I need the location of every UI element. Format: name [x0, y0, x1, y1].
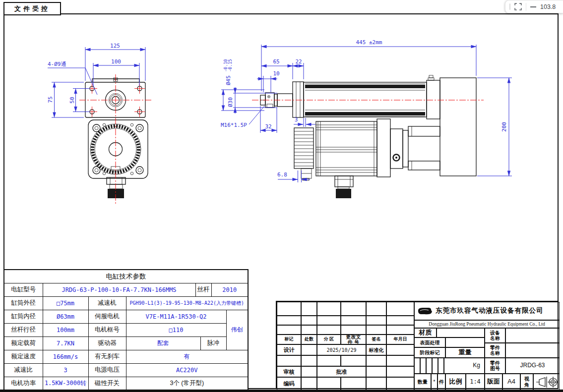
front-view: 125 100 75 50 4-Ø9通 [47, 43, 151, 205]
part-number-label: 零件图号 [485, 358, 505, 374]
rev-cell [386, 355, 414, 366]
rev-cell [341, 316, 366, 325]
surface-value-cell [445, 337, 485, 347]
company-logo-icon [417, 306, 433, 316]
toolbar-handle [509, 3, 510, 10]
dim-overall: 445 ±2mm [356, 39, 382, 46]
table-row: 电机功率 1.5KW-3000转 磁性开关 3个 (常开型) [4, 377, 248, 390]
qty-label: 数量 [414, 374, 431, 390]
rev-cell [366, 316, 386, 325]
company-name-cn: 东莞市玖容气动液压设备有限公司 [436, 307, 544, 315]
rev-cell [277, 355, 301, 366]
dim-10: 10 [273, 70, 279, 77]
approve-date-cell [386, 366, 414, 377]
param-value: JRDG-63-P-100-10-FA-7.7KN-166MMS [43, 283, 195, 296]
material-label: 材质 [414, 328, 437, 337]
design-date: 2025/10/29 [317, 344, 366, 355]
param-label: 减速比 [4, 363, 43, 377]
rev-cell [366, 325, 386, 335]
param-label: 额定载荷 [4, 336, 43, 350]
param-label: 电源电压 [88, 363, 126, 377]
fit-to-page-button[interactable] [513, 2, 523, 11]
projection-symbol-cell [533, 374, 560, 390]
param-value: □75mm [43, 296, 88, 310]
code-cell [366, 377, 386, 390]
rev-cell [317, 302, 341, 316]
sheet-label: 版面 [485, 374, 502, 390]
param-value: 伟创 [226, 310, 248, 350]
param-label: 缸筒内径 [4, 310, 43, 323]
param-label: 电机框号 [88, 323, 126, 336]
rev-cell [301, 325, 317, 335]
viewer-toolbar: 103.8 [505, 0, 563, 13]
code-cell [317, 377, 341, 390]
param-value: AC220V [126, 363, 248, 377]
device-name-label: 设备名称 [485, 328, 505, 343]
rev-cell [277, 302, 301, 316]
rev-cell [277, 325, 301, 335]
sheet-size-value: A4 [502, 374, 520, 390]
rev-header-doc: 更改文件 号 [341, 335, 366, 344]
holes-callout: 4-Ø9通 [48, 61, 66, 67]
rev-cell [301, 355, 317, 366]
dim-22: 22 [295, 58, 302, 65]
company-name-en: Dongguan JiuRong Pneumatic Hydraulic Equ… [414, 320, 560, 328]
rev-cell [301, 302, 317, 316]
weight-unit: Kg [444, 358, 485, 374]
table-row: 减速比 3 电源电压 AC220V [4, 363, 248, 377]
dim-65: 65 [273, 58, 279, 65]
rev-cell [341, 325, 366, 335]
qty-unit: 件 [438, 374, 445, 390]
rev-cell [277, 316, 301, 325]
approve-sign-cell [366, 366, 386, 377]
part-name-label: 零件名称 [485, 343, 505, 358]
stage-cell [432, 358, 438, 374]
zoom-level: 103.8 [540, 3, 556, 10]
stage-cell [438, 358, 444, 374]
cad-drawing: 125 100 75 50 4-Ø9通 [0, 0, 563, 270]
param-value: 3个 (常开型) [126, 377, 248, 390]
param-value: PGH90-L1(3)-19-95-130-M8-A22(入力带键槽) [126, 296, 248, 310]
weight-label: 重量 [445, 347, 485, 358]
rev-cell [301, 316, 317, 325]
qty-star: * [431, 374, 438, 390]
thread-callout: M16*1.5P [221, 122, 247, 128]
rev-cell [341, 302, 366, 316]
param-value: 3 [43, 363, 88, 377]
material-value-cell [437, 328, 485, 337]
param-value: 2010 [211, 283, 248, 296]
std-sign-cell [386, 344, 414, 355]
param-value: Ø63mm [43, 310, 88, 323]
param-label: 丝杆行径 [4, 323, 43, 336]
surface-treatment-label: 表面处理 [414, 337, 445, 347]
param-value: 100mm [43, 323, 88, 336]
rev-cell [341, 355, 366, 366]
zoom-out-button[interactable] [529, 5, 537, 8]
audit-label: 审核 [277, 366, 301, 377]
rev-cell [386, 302, 414, 316]
fit-to-page-icon [514, 3, 522, 10]
rev-header-sign: 签名 [366, 335, 386, 344]
param-value: V7E-M11A-1R530-Q2 [126, 310, 226, 323]
rev-cell [366, 302, 386, 316]
param-value: 166mm/s [43, 350, 88, 363]
rev-cell [366, 355, 386, 366]
stage-cell [414, 358, 420, 374]
spec-table: 电缸技术参数 电缸型号 JRDG-63-P-100-10-FA-7.7KN-16… [3, 269, 249, 391]
design-sign-cell [301, 344, 317, 355]
title-block: 标记 处数 分 区 更改文件 号 签名 年月日 设计 2025/10/29 标准… [276, 301, 559, 389]
param-label: 减速机 [88, 296, 126, 310]
view-angle-label: 视角 [520, 374, 533, 390]
table-row: 额定速度 166mm/s 有无刹车 有 [4, 350, 248, 363]
table-row: 电缸型号 JRDG-63-P-100-10-FA-7.7KN-166MMS 丝杆… [4, 283, 248, 296]
stage-cell [420, 358, 426, 374]
param-value: □110 [126, 323, 226, 336]
param-label: 额定速度 [4, 350, 43, 363]
param-label: 电缸型号 [4, 283, 43, 296]
code-cell [341, 377, 366, 390]
standardization-label: 标准化 [366, 344, 386, 355]
design-label: 设计 [277, 344, 301, 355]
dim-dia30: Ø30 [227, 97, 234, 107]
param-label: 驱动器 [88, 336, 126, 350]
audit-sign-cell [301, 366, 317, 377]
